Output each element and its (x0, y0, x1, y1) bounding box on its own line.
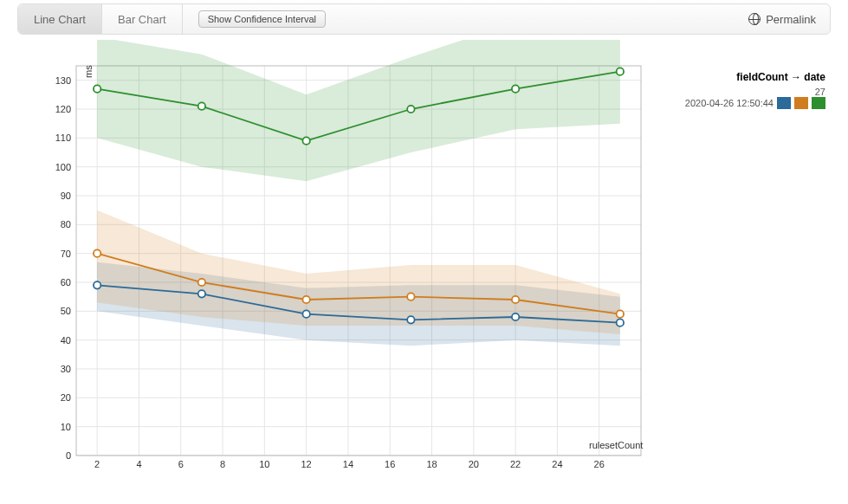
svg-text:ms: ms (83, 65, 94, 78)
svg-text:26: 26 (594, 459, 605, 469)
svg-text:6: 6 (178, 459, 184, 469)
svg-text:20: 20 (61, 392, 71, 403)
svg-point-55 (94, 281, 100, 288)
svg-text:100: 100 (55, 162, 71, 172)
svg-text:8: 8 (220, 459, 225, 469)
svg-text:24: 24 (552, 459, 562, 469)
svg-text:4: 4 (136, 459, 141, 469)
svg-point-60 (617, 319, 624, 326)
svg-text:130: 130 (55, 75, 71, 86)
svg-point-65 (512, 296, 519, 303)
svg-text:10: 10 (259, 459, 269, 469)
permalink-link[interactable]: Permalink (735, 13, 830, 26)
svg-text:12: 12 (301, 459, 312, 469)
legend-swatch-1 (794, 97, 808, 109)
svg-point-63 (302, 296, 309, 303)
svg-text:rulesetCount: rulesetCount (589, 440, 643, 450)
svg-text:60: 60 (61, 277, 71, 288)
svg-point-64 (407, 293, 414, 300)
svg-point-61 (94, 249, 100, 256)
chart: 2468101214161820222426010203040506070809… (17, 40, 831, 490)
svg-text:22: 22 (510, 459, 521, 469)
show-ci-button[interactable]: Show Confidence Interval (198, 10, 326, 28)
tab-bar-chart[interactable]: Bar Chart (102, 4, 183, 34)
permalink-label: Permalink (766, 13, 816, 26)
svg-point-70 (407, 106, 414, 113)
svg-point-72 (617, 68, 624, 74)
globe-icon (748, 13, 761, 25)
legend-sub: 27 (685, 87, 825, 97)
svg-point-62 (198, 279, 205, 286)
tab-line-chart[interactable]: Line Chart (18, 4, 102, 34)
svg-point-71 (512, 85, 519, 92)
svg-text:50: 50 (61, 306, 71, 316)
legend: fieldCount → date 27 2020-04-26 12:50:44 (685, 71, 825, 111)
toolbar: Line Chart Bar Chart Show Confidence Int… (17, 3, 831, 35)
svg-text:120: 120 (55, 104, 71, 114)
legend-swatch-2 (812, 97, 825, 109)
svg-text:20: 20 (469, 459, 479, 469)
svg-point-69 (302, 137, 309, 144)
svg-text:2: 2 (94, 459, 100, 469)
svg-text:40: 40 (61, 335, 71, 346)
legend-entry: 2020-04-26 12:50:44 (685, 98, 774, 108)
legend-swatch-0 (777, 97, 791, 109)
svg-text:90: 90 (61, 191, 71, 201)
svg-text:10: 10 (61, 422, 71, 432)
svg-point-58 (407, 316, 414, 323)
svg-point-57 (302, 310, 309, 317)
svg-text:14: 14 (343, 459, 353, 469)
svg-text:18: 18 (426, 459, 437, 469)
svg-point-66 (617, 310, 624, 317)
svg-text:70: 70 (61, 249, 71, 259)
svg-point-68 (198, 102, 205, 109)
svg-text:16: 16 (385, 459, 395, 469)
svg-text:110: 110 (55, 132, 71, 143)
svg-point-56 (198, 290, 205, 297)
svg-point-67 (94, 85, 100, 92)
svg-text:0: 0 (66, 450, 71, 461)
svg-point-59 (512, 313, 519, 320)
legend-title: fieldCount → date (685, 71, 825, 83)
svg-text:30: 30 (61, 364, 71, 374)
svg-text:80: 80 (61, 219, 71, 229)
